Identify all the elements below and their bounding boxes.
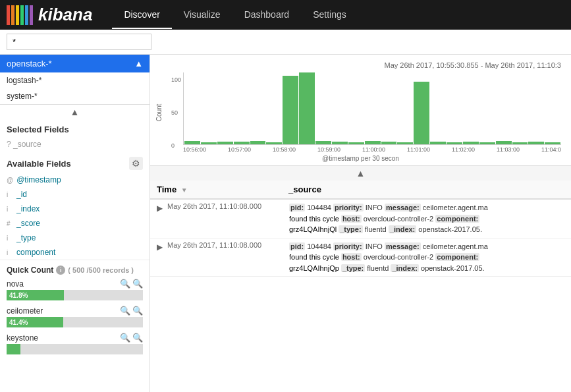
- chart-bar: [430, 142, 446, 144]
- qc-keystone: keystone 🔍 🔍: [0, 331, 150, 358]
- message-label: message:: [385, 242, 421, 250]
- content-area: May 26th 2017, 10:55:30.855 - May 26th 2…: [150, 55, 571, 392]
- index-item-logstash[interactable]: logstash-*: [0, 72, 150, 88]
- main-nav: Discover Visualize Dashboard Settings: [112, 1, 358, 29]
- chart-bar: [463, 142, 479, 144]
- qc-ceilometer-zoom-out[interactable]: 🔍: [132, 306, 143, 316]
- index-item-system[interactable]: system-*: [0, 88, 150, 104]
- field-item-index[interactable]: i _index: [0, 202, 150, 216]
- priority-value: INFO: [366, 242, 383, 250]
- logo-bar-purple: [30, 5, 33, 25]
- message-value: ceilometer.agent.ma: [423, 204, 488, 211]
- index-selector: openstack-* ▲ logstash-* system-*: [0, 55, 150, 105]
- chart-bar: [414, 82, 429, 144]
- field-name-index: _index: [16, 204, 40, 213]
- row-time: May 26th 2017, 11:10:08.000: [167, 202, 289, 235]
- y-axis-ticks: 100 50 0: [171, 76, 183, 149]
- results-table: Time ▼ _source ▶ May 26th 2017, 11:10:08…: [150, 181, 571, 392]
- chart-bar: [365, 141, 381, 144]
- bars-row: [183, 72, 561, 145]
- field-type-timestamp: @: [7, 177, 13, 184]
- logo-bar-blue: [25, 5, 28, 25]
- logo-bar-yellow: [16, 5, 19, 25]
- table-row: ▶ May 26th 2017, 11:10:08.000 pid: 10448…: [150, 200, 571, 238]
- field-name-component: component: [16, 248, 55, 257]
- search-bar: [0, 30, 571, 55]
- pid-label: pid:: [289, 204, 305, 211]
- message-label: message:: [385, 204, 421, 211]
- qc-ceilometer-bar: 41.4%: [7, 317, 143, 327]
- qc-nova-zoom-out[interactable]: 🔍: [132, 279, 143, 289]
- qc-keystone-bar: [7, 344, 143, 354]
- collapse-chart-btn[interactable]: ▲: [150, 166, 571, 181]
- logo-bar-green: [20, 5, 24, 25]
- qc-nova-bar-fill: 41.8%: [7, 290, 64, 300]
- chart-bar: [201, 142, 217, 144]
- field-item-score[interactable]: # _score: [0, 216, 150, 231]
- header: kibana Discover Visualize Dashboard Sett…: [0, 0, 571, 30]
- source-item[interactable]: ? _source: [0, 137, 150, 152]
- qc-ceilometer-actions: 🔍 🔍: [120, 306, 143, 316]
- gear-icon[interactable]: ⚙: [129, 157, 143, 170]
- field-item-id[interactable]: i _id: [0, 187, 150, 202]
- chart-bar: [299, 72, 315, 144]
- index-label: _index:: [389, 225, 417, 233]
- qc-nova-zoom-in[interactable]: 🔍: [120, 279, 130, 289]
- main-layout: openstack-* ▲ logstash-* system-* ▲ Sele…: [0, 55, 571, 392]
- logo-bars: [7, 5, 33, 25]
- qc-ceilometer-label: ceilometer 🔍 🔍: [7, 306, 143, 316]
- qc-keystone-actions: 🔍 🔍: [120, 333, 143, 343]
- nav-settings[interactable]: Settings: [301, 1, 358, 29]
- chart-bar: [528, 142, 544, 144]
- chart-bar: [479, 142, 495, 144]
- row-toggle[interactable]: ▶: [157, 242, 167, 274]
- chart-bar: [250, 141, 266, 144]
- qc-keystone-zoom-in[interactable]: 🔍: [120, 333, 130, 343]
- nav-discover[interactable]: Discover: [112, 1, 171, 29]
- host-value: overcloud-controller-2: [364, 253, 433, 261]
- chart-bar: [397, 142, 413, 144]
- field-item-type[interactable]: i _type: [0, 231, 150, 245]
- search-input[interactable]: [7, 34, 151, 50]
- chart-bar: [381, 142, 397, 144]
- available-fields-header: Available Fields ⚙: [0, 152, 150, 173]
- field-item-component[interactable]: i component: [0, 245, 150, 260]
- field-name-timestamp: @timestamp: [16, 175, 61, 184]
- qc-ceilometer: ceilometer 🔍 🔍 41.4%: [0, 304, 150, 331]
- sidebar: openstack-* ▲ logstash-* system-* ▲ Sele…: [0, 55, 150, 392]
- logo-bar-red: [7, 5, 10, 25]
- type-value: fluentd: [367, 264, 389, 272]
- record-count: ( 500 /500 records ): [68, 266, 134, 274]
- active-index-label: openstack-*: [7, 59, 52, 69]
- nav-visualize[interactable]: Visualize: [172, 1, 232, 29]
- priority-value: INFO: [366, 204, 383, 211]
- index-value: openstack-2017.05.: [418, 225, 482, 233]
- chart-bar: [234, 142, 250, 144]
- active-index[interactable]: openstack-* ▲: [0, 55, 150, 72]
- qc-ceilometer-bar-fill: 41.4%: [7, 317, 63, 327]
- field-item-timestamp[interactable]: @ @timestamp: [0, 173, 150, 187]
- pid-value: 104484: [307, 204, 331, 211]
- row-time: May 26th 2017, 11:10:08.000: [167, 241, 289, 274]
- chart-bar: [348, 142, 364, 144]
- row-toggle[interactable]: ▶: [157, 204, 167, 235]
- timestamp-note: @timestamp per 30 secon: [160, 155, 561, 162]
- type-label: _type:: [341, 264, 365, 272]
- chart-bar: [332, 142, 348, 144]
- collapse-index-btn[interactable]: ▲: [0, 105, 150, 119]
- field-name-score: _score: [16, 219, 40, 228]
- nav-dashboard[interactable]: Dashboard: [232, 1, 302, 29]
- qc-ceilometer-name: ceilometer: [7, 306, 43, 316]
- type-label: _type:: [339, 225, 362, 233]
- field-name-type: _type: [16, 233, 36, 242]
- col-source-header: _source: [288, 184, 564, 194]
- host-label: host:: [341, 253, 362, 261]
- qc-ceilometer-zoom-in[interactable]: 🔍: [120, 306, 130, 316]
- qc-nova: nova 🔍 🔍 41.8%: [0, 277, 150, 304]
- type-value: fluentd: [365, 225, 387, 233]
- qc-nova-bar: 41.8%: [7, 290, 143, 300]
- qc-keystone-zoom-out[interactable]: 🔍: [132, 333, 143, 343]
- host-value: overcloud-controller-2: [364, 215, 433, 223]
- chart-bar: [496, 141, 512, 144]
- qc-keystone-bar-fill: [7, 344, 20, 354]
